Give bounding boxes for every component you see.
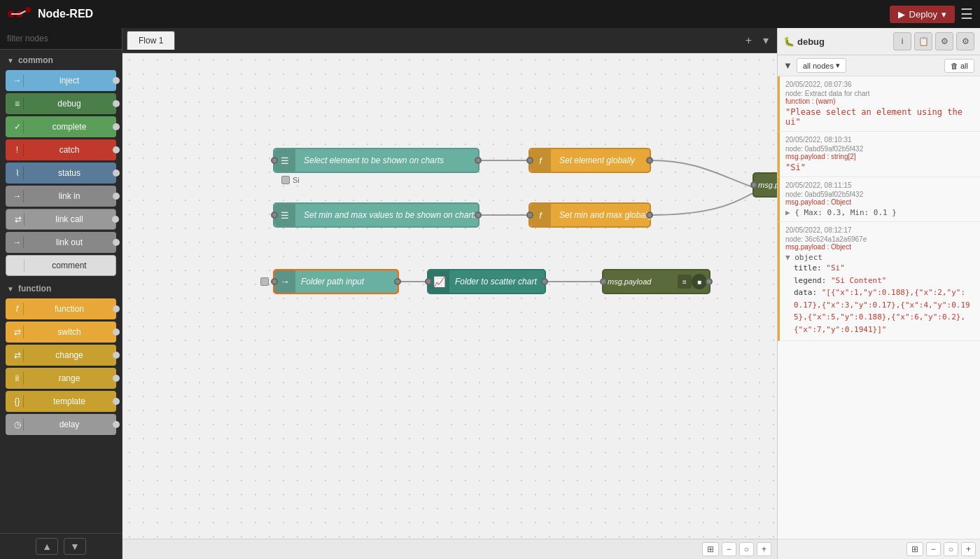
debug-options-button[interactable]: ⚙ bbox=[956, 32, 974, 50]
sidebar-item-debug[interactable]: ≡ debug bbox=[6, 93, 116, 114]
svg-point-4 bbox=[25, 7, 31, 13]
sidebar-item-complete-label: complete bbox=[28, 122, 111, 132]
category-function[interactable]: ▼ function bbox=[0, 278, 122, 296]
canvas-fit-button[interactable]: ○ bbox=[739, 542, 754, 556]
sidebar-item-inject[interactable]: → inject bbox=[6, 70, 116, 91]
clear-debug-button[interactable]: 🗑 all bbox=[944, 59, 974, 73]
obj-field-legend: legend: "Si Content" bbox=[794, 275, 974, 287]
flow-node-msg-payload-1[interactable]: msg.payload ≡ ■ bbox=[752, 172, 777, 198]
filter-nodes-button[interactable]: all nodes ▾ bbox=[797, 58, 846, 73]
tab-menu-button[interactable]: ▾ bbox=[759, 32, 773, 48]
sidebar-item-range[interactable]: ii range bbox=[6, 368, 116, 389]
sidebar-item-catch[interactable]: ! catch bbox=[6, 139, 116, 160]
category-common[interactable]: ▼ common bbox=[0, 50, 122, 68]
sidebar-item-comment[interactable]: comment bbox=[6, 255, 116, 276]
add-tab-button[interactable]: + bbox=[741, 32, 756, 48]
canvas-zoom-in-button[interactable]: + bbox=[757, 542, 771, 556]
sidebar-item-template[interactable]: {} template bbox=[6, 391, 116, 412]
filter-nodes-input[interactable] bbox=[0, 28, 122, 50]
flow-node-set-minmax[interactable]: ☰ Set min and max values to be shown on … bbox=[273, 202, 479, 228]
sidebar-item-linkin[interactable]: → link in bbox=[6, 186, 116, 207]
sidebar-item-switch[interactable]: ⇄ switch bbox=[6, 322, 116, 343]
sidebar-down-button[interactable]: ▼ bbox=[64, 538, 86, 555]
switch-icon: ⇄ bbox=[11, 326, 24, 338]
flow-node-folder-path[interactable]: → Folder path input bbox=[273, 269, 399, 294]
tab-bar: Flow 1 + ▾ bbox=[122, 28, 777, 53]
node-menu-btn[interactable]: ≡ bbox=[678, 275, 692, 289]
debug-bottom-btn1[interactable]: ⊞ bbox=[906, 542, 923, 556]
si-checkbox[interactable] bbox=[281, 176, 290, 184]
sidebar-item-function[interactable]: f function bbox=[6, 298, 116, 319]
debug-timestamp-3: 20/05/2022, 08:11:15 bbox=[785, 181, 974, 189]
function-icon: f bbox=[11, 303, 24, 315]
sidebar-item-change[interactable]: ⇄ change bbox=[6, 345, 116, 366]
flow-node-msg-payload-2[interactable]: msg.payload ≡ ■ bbox=[602, 269, 710, 294]
canvas[interactable]: ☰ Select element to be shown on charts S… bbox=[122, 53, 777, 539]
sidebar-item-inject-label: inject bbox=[28, 76, 111, 85]
logo bbox=[7, 6, 32, 22]
debug-value-3[interactable]: ▶ { Max: 0.3, Min: 0.1 } bbox=[785, 208, 974, 217]
sidebar-item-comment-label: comment bbox=[29, 261, 110, 270]
sidebar-content: ▼ common → inject ≡ debug ✓ complete ! c… bbox=[0, 50, 122, 533]
debug-entry-4: 20/05/2022, 08:12:17 node: 36c624a1a2a69… bbox=[778, 222, 980, 341]
debug-icon: ≡ bbox=[11, 97, 24, 110]
sidebar-item-linkcall[interactable]: ⇄ link call bbox=[6, 209, 116, 230]
port-right bbox=[646, 157, 653, 164]
debug-header: 🐛 debug i 📋 ⚙ ⚙ bbox=[778, 28, 980, 55]
node-checkbox[interactable] bbox=[260, 277, 269, 286]
chevron-down-icon: ▼ bbox=[7, 57, 14, 64]
linkin-icon: → bbox=[11, 190, 24, 202]
port-right bbox=[113, 239, 120, 246]
debug-bottom-btn2[interactable]: − bbox=[926, 542, 941, 556]
port-left bbox=[750, 181, 757, 188]
linkcall-icon: ⇄ bbox=[12, 213, 24, 226]
flow-node-select-element[interactable]: ☰ Select element to be shown on charts bbox=[273, 148, 479, 173]
expand-arrow[interactable]: ▶ bbox=[785, 208, 790, 217]
expand-arrow[interactable]: ▼ bbox=[785, 253, 790, 262]
flow-node-folder-scatter[interactable]: 📈 Folder to scatter chart bbox=[427, 269, 546, 294]
canvas-grid-button[interactable]: ⊞ bbox=[702, 542, 719, 556]
debug-title-text: debug bbox=[797, 36, 825, 47]
menu-button[interactable]: ☰ bbox=[960, 6, 973, 22]
debug-node-4: node: 36c624a1a2a6967e bbox=[785, 235, 974, 243]
sidebar-item-linkout-label: link out bbox=[28, 237, 111, 247]
delay-icon: ◷ bbox=[11, 418, 24, 431]
canvas-zoom-out-button[interactable]: − bbox=[722, 542, 736, 556]
canvas-area: Flow 1 + ▾ ☰ Sele bbox=[122, 28, 777, 559]
debug-timestamp-2: 20/05/2022, 08:10:31 bbox=[785, 136, 974, 144]
debug-entry-1: 20/05/2022, 08:07:36 node: Extract data … bbox=[778, 76, 980, 132]
sidebar-bottom: ▲ ▼ bbox=[0, 533, 122, 559]
debug-info-button[interactable]: i bbox=[893, 32, 911, 50]
port-right bbox=[113, 146, 120, 153]
topbar: Node-RED ▶ Deploy ▾ ☰ bbox=[0, 0, 980, 28]
node-label: Select element to be shown on charts bbox=[295, 156, 452, 165]
sidebar-up-button[interactable]: ▲ bbox=[36, 538, 58, 555]
flow-node-set-minmax-globally[interactable]: f Set min and max globally bbox=[528, 202, 651, 228]
debug-panel: 🐛 debug i 📋 ⚙ ⚙ ▼ all nodes ▾ 🗑 all bbox=[777, 28, 980, 559]
deploy-button[interactable]: ▶ Deploy ▾ bbox=[890, 6, 955, 23]
sidebar-item-delay[interactable]: ◷ delay bbox=[6, 414, 116, 435]
flow-node-set-element[interactable]: f Set element globally bbox=[528, 148, 651, 173]
node-debug-btn[interactable]: ■ bbox=[692, 274, 707, 289]
port-right bbox=[113, 100, 120, 107]
inject-icon: → bbox=[11, 74, 24, 87]
sidebar-item-complete[interactable]: ✓ complete bbox=[6, 116, 116, 137]
chevron-down-icon: ▼ bbox=[7, 285, 14, 293]
debug-bottom-btn3[interactable]: ○ bbox=[944, 542, 958, 556]
tab-flow1[interactable]: Flow 1 bbox=[127, 31, 175, 50]
debug-copy-button[interactable]: 📋 bbox=[914, 32, 932, 50]
sidebar-item-linkcall-label: link call bbox=[29, 214, 110, 224]
change-icon: ⇄ bbox=[11, 349, 24, 361]
debug-value-4[interactable]: ▼ object bbox=[785, 253, 974, 262]
sidebar-item-range-label: range bbox=[28, 373, 111, 383]
debug-settings-button[interactable]: ⚙ bbox=[935, 32, 953, 50]
sidebar-item-linkout[interactable]: → link out bbox=[6, 232, 116, 253]
debug-bottom-btn4[interactable]: + bbox=[961, 542, 976, 556]
template-icon: {} bbox=[11, 395, 24, 408]
range-icon: ii bbox=[11, 372, 24, 385]
linkout-icon: → bbox=[11, 236, 24, 249]
sidebar-item-status[interactable]: ⌇ status bbox=[6, 163, 116, 184]
node-label: Folder to scatter chart bbox=[449, 277, 545, 287]
debug-toolbar: ▼ all nodes ▾ 🗑 all bbox=[778, 55, 980, 76]
main-layout: ▼ common → inject ≡ debug ✓ complete ! c… bbox=[0, 28, 980, 559]
